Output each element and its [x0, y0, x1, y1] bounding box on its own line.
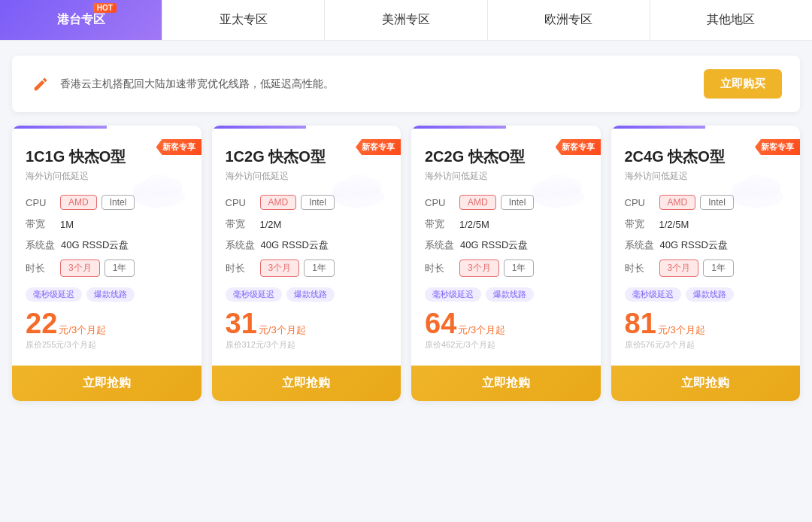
bandwidth-value: 1M	[60, 219, 74, 230]
tag: 毫秒级延迟	[26, 287, 82, 302]
price-main: 64 元/3个月起	[425, 309, 587, 338]
cloud-decoration	[324, 166, 392, 214]
duration-3month-button[interactable]: 3个月	[659, 259, 699, 277]
tab-hk[interactable]: 港台专区HOT	[0, 0, 162, 40]
tab-us[interactable]: 美洲专区	[325, 0, 487, 40]
disk-value: 40G RSSD云盘	[660, 238, 728, 252]
bandwidth-row: 带宽 1/2/5M	[425, 217, 587, 231]
new-customer-badge: 新客专享	[156, 139, 201, 155]
price-original: 原价462元/3个月起	[425, 339, 587, 351]
disk-row: 系统盘 40G RSSD云盘	[425, 238, 587, 252]
disk-value: 40G RSSD云盘	[460, 238, 528, 252]
duration-options: 3个月 1年	[659, 259, 734, 277]
card-body: 新客专享 2C2G 快杰O型 海外访问低延迟 CPU AMD Intel	[411, 129, 601, 366]
price-main: 81 元/3个月起	[625, 309, 787, 338]
price-section: 81 元/3个月起 原价576元/3个月起	[625, 309, 787, 351]
disk-row: 系统盘 40G RSSD云盘	[226, 238, 388, 252]
bandwidth-value: 1/2/5M	[459, 219, 489, 230]
disk-value: 40G RSSD云盘	[61, 238, 129, 252]
buy-button[interactable]: 立即抢购	[212, 366, 401, 401]
tags-row: 毫秒级延迟爆款线路	[625, 287, 787, 302]
hot-badge: HOT	[93, 3, 117, 13]
bandwidth-row: 带宽 1/2M	[226, 217, 388, 231]
tag: 爆款线路	[486, 287, 534, 302]
bandwidth-label: 带宽	[226, 217, 254, 231]
product-card-0: 新客专享 1C1G 快杰O型 海外访问低延迟 CPU AMD Intel	[12, 126, 201, 401]
bandwidth-label: 带宽	[625, 217, 653, 231]
cpu-amd-button[interactable]: AMD	[60, 195, 97, 210]
price-unit: 元/3个月起	[658, 323, 705, 337]
price-section: 64 元/3个月起 原价462元/3个月起	[425, 309, 587, 351]
price-section: 22 元/3个月起 原价255元/3个月起	[26, 309, 188, 351]
duration-options: 3个月 1年	[60, 259, 135, 277]
price-unit: 元/3个月起	[259, 323, 306, 337]
duration-row: 时长 3个月 1年	[26, 259, 188, 277]
bandwidth-label: 带宽	[425, 217, 453, 231]
price-big: 31	[226, 309, 257, 338]
tag: 毫秒级延迟	[625, 287, 681, 302]
tag: 爆款线路	[286, 287, 335, 302]
disk-row: 系统盘 40G RSSD云盘	[625, 238, 787, 252]
cpu-amd-button[interactable]: AMD	[459, 195, 496, 210]
price-unit: 元/3个月起	[458, 323, 505, 337]
tab-eu[interactable]: 欧洲专区	[488, 0, 650, 40]
bandwidth-value: 1/2/5M	[659, 219, 689, 230]
price-section: 31 元/3个月起 原价312元/3个月起	[226, 309, 388, 351]
tab-navigation: 港台专区HOT亚太专区美洲专区欧洲专区其他地区	[0, 0, 812, 41]
buy-button[interactable]: 立即抢购	[611, 366, 801, 401]
tag: 爆款线路	[686, 287, 734, 302]
bandwidth-value: 1/2M	[260, 219, 282, 230]
price-big: 64	[425, 309, 456, 338]
duration-label: 时长	[425, 262, 453, 275]
tags-row: 毫秒级延迟爆款线路	[425, 287, 587, 302]
banner-text: 香港云主机搭配回大陆加速带宽优化线路，低延迟高性能。	[60, 77, 334, 91]
price-big: 81	[625, 309, 656, 338]
duration-1year-button[interactable]: 1年	[105, 259, 135, 277]
cpu-options: AMD Intel	[459, 195, 534, 210]
cpu-label: CPU	[226, 197, 254, 208]
tag: 毫秒级延迟	[425, 287, 481, 302]
cpu-amd-button[interactable]: AMD	[260, 195, 297, 210]
cpu-label: CPU	[425, 197, 453, 208]
disk-label: 系统盘	[625, 238, 654, 252]
card-body: 新客专享 1C1G 快杰O型 海外访问低延迟 CPU AMD Intel	[12, 129, 201, 366]
disk-label: 系统盘	[226, 238, 255, 252]
duration-label: 时长	[625, 262, 653, 275]
card-body: 新客专享 2C4G 快杰O型 海外访问低延迟 CPU AMD Intel	[611, 129, 801, 366]
buy-button[interactable]: 立即抢购	[411, 366, 601, 401]
svg-point-15	[744, 175, 771, 191]
duration-3month-button[interactable]: 3个月	[459, 259, 499, 277]
product-card-1: 新客专享 1C2G 快杰O型 海外访问低延迟 CPU AMD Intel	[212, 126, 401, 401]
price-original: 原价312元/3个月起	[226, 339, 388, 351]
duration-3month-button[interactable]: 3个月	[60, 259, 100, 277]
tags-row: 毫秒级延迟爆款线路	[226, 287, 388, 302]
tab-other[interactable]: 其他地区	[650, 0, 812, 40]
cards-grid: 新客专享 1C1G 快杰O型 海外访问低延迟 CPU AMD Intel	[12, 126, 800, 401]
pencil-icon	[30, 74, 51, 95]
duration-1year-button[interactable]: 1年	[703, 259, 734, 277]
bandwidth-row: 带宽 1M	[26, 217, 188, 231]
product-card-2: 新客专享 2C2G 快杰O型 海外访问低延迟 CPU AMD Intel	[411, 126, 601, 401]
duration-options: 3个月 1年	[260, 259, 335, 277]
tag: 毫秒级延迟	[226, 287, 282, 302]
cpu-amd-button[interactable]: AMD	[659, 195, 696, 210]
new-customer-badge: 新客专享	[556, 139, 601, 155]
card-body: 新客专享 1C2G 快杰O型 海外访问低延迟 CPU AMD Intel	[212, 129, 401, 366]
price-original: 原价255元/3个月起	[26, 339, 188, 351]
duration-3month-button[interactable]: 3个月	[260, 259, 300, 277]
buy-button[interactable]: 立即抢购	[12, 366, 201, 401]
duration-label: 时长	[226, 262, 254, 275]
cpu-options: AMD Intel	[659, 195, 734, 210]
duration-options: 3个月 1年	[459, 259, 534, 277]
cloud-decoration	[125, 166, 192, 214]
banner-buy-button[interactable]: 立即购买	[704, 69, 782, 99]
duration-1year-button[interactable]: 1年	[304, 259, 335, 277]
price-original: 原价576元/3个月起	[625, 339, 787, 351]
duration-row: 时长 3个月 1年	[425, 259, 587, 277]
tab-apac[interactable]: 亚太专区	[162, 0, 325, 40]
duration-1year-button[interactable]: 1年	[504, 259, 535, 277]
duration-row: 时长 3个月 1年	[226, 259, 388, 277]
disk-row: 系统盘 40G RSSD云盘	[26, 238, 188, 252]
svg-point-7	[344, 175, 371, 191]
bandwidth-row: 带宽 1/2/5M	[625, 217, 787, 231]
